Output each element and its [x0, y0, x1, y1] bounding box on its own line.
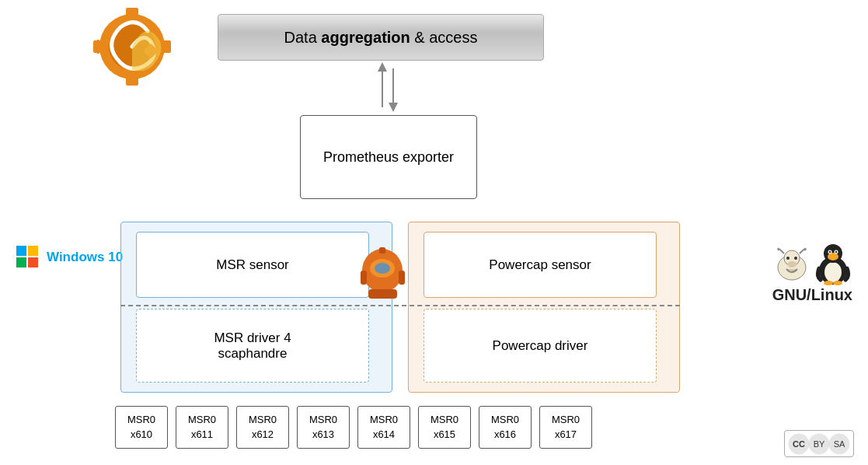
- svg-point-27: [787, 261, 797, 267]
- msr-box-4: MSR0x614: [357, 406, 410, 449]
- diver-helmet-icon: [357, 241, 408, 314]
- msr-box-label: MSR0: [491, 413, 519, 427]
- svg-rect-12: [16, 246, 26, 256]
- msr-box-sub: x617: [555, 428, 577, 442]
- svg-text:CC: CC: [793, 439, 805, 449]
- msr-box-label: MSR0: [188, 413, 216, 427]
- svg-marker-11: [389, 103, 398, 112]
- svg-rect-5: [160, 40, 171, 53]
- cc-badge: CC BY SA: [784, 430, 854, 457]
- msr-sensor-box: MSR sensor: [136, 232, 369, 298]
- svg-point-38: [833, 281, 842, 285]
- svg-rect-20: [361, 271, 367, 285]
- svg-rect-22: [368, 289, 397, 299]
- cc-badge-icon: CC BY SA: [788, 433, 850, 455]
- msr-box-6: MSR0x616: [479, 406, 532, 449]
- prometheus-label: Prometheus exporter: [323, 149, 454, 166]
- svg-point-37: [824, 281, 833, 285]
- svg-rect-15: [28, 257, 38, 267]
- msr-box-label: MSR0: [249, 413, 277, 427]
- svg-rect-21: [399, 271, 405, 285]
- msr-box-label: MSR0: [552, 413, 580, 427]
- powercap-driver-label: Powercap driver: [493, 338, 588, 354]
- msr-sensor-label: MSR sensor: [216, 257, 289, 273]
- prometheus-box: Prometheus exporter: [300, 115, 477, 199]
- svg-rect-3: [126, 75, 138, 86]
- svg-text:BY: BY: [814, 439, 825, 449]
- svg-point-25: [786, 257, 790, 260]
- msr-box-sub: x611: [191, 428, 213, 442]
- svg-point-29: [824, 262, 842, 282]
- powercap-sensor-label: Powercap sensor: [489, 257, 591, 273]
- msr-box-3: MSR0x613: [297, 406, 350, 449]
- msr-box-sub: x614: [373, 428, 395, 442]
- windows-text: Windows 10: [47, 250, 123, 265]
- gnu-icon: [772, 244, 811, 283]
- aggregation-box: Data aggregation & access: [218, 14, 544, 61]
- svg-point-35: [835, 251, 837, 253]
- arrow-vertical: [373, 61, 404, 115]
- main-container: Data aggregation & access Prometheus exp…: [0, 0, 868, 465]
- msr-box-1: MSR0x611: [176, 406, 228, 449]
- msr-box-label: MSR0: [309, 413, 337, 427]
- svg-marker-9: [378, 62, 387, 72]
- svg-rect-14: [16, 257, 26, 267]
- windows-logo-icon: [16, 245, 40, 270]
- msr-box-sub: x612: [252, 428, 274, 442]
- windows-label: Windows 10: [16, 245, 123, 270]
- gear-icon: [93, 8, 171, 98]
- msr-box-2: MSR0x612: [236, 406, 289, 449]
- msr-box-sub: x610: [131, 428, 152, 442]
- gnu-linux-label: GNU/Linux: [772, 241, 852, 304]
- svg-point-26: [794, 257, 797, 260]
- svg-point-34: [829, 251, 831, 253]
- msr-boxes-row: MSR0x610MSR0x611MSR0x612MSR0x613MSR0x614…: [115, 406, 592, 449]
- tux-icon: [814, 241, 852, 286]
- svg-rect-2: [126, 8, 138, 19]
- msr-box-sub: x616: [494, 428, 516, 442]
- svg-rect-13: [28, 246, 38, 256]
- gnu-linux-text: GNU/Linux: [772, 286, 852, 304]
- powercap-driver-box: Powercap driver: [424, 309, 657, 383]
- svg-point-18: [375, 263, 390, 274]
- msr-driver-label: MSR driver 4scaphandre: [214, 330, 291, 362]
- svg-rect-19: [379, 247, 385, 253]
- msr-box-sub: x615: [434, 428, 455, 442]
- msr-box-label: MSR0: [127, 413, 155, 427]
- msr-box-sub: x613: [312, 428, 334, 442]
- aggregation-label: Data aggregation & access: [284, 29, 478, 47]
- msr-box-5: MSR0x615: [418, 406, 471, 449]
- msr-box-0: MSR0x610: [115, 406, 168, 449]
- msr-box-label: MSR0: [431, 413, 458, 427]
- msr-box-7: MSR0x617: [539, 406, 592, 449]
- svg-text:SA: SA: [834, 439, 845, 449]
- powercap-sensor-box: Powercap sensor: [424, 232, 657, 298]
- svg-point-36: [830, 255, 836, 259]
- msr-driver-box: MSR driver 4scaphandre: [136, 309, 369, 383]
- msr-box-label: MSR0: [370, 413, 398, 427]
